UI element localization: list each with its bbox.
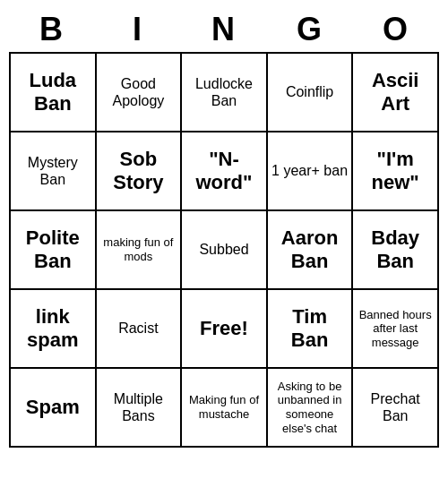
bingo-card: BINGO Luda BanGood ApologyLudlocke BanCo… <box>9 7 439 448</box>
bingo-cell: Making fun of mustache <box>182 369 268 448</box>
bingo-cell: link spam <box>11 290 97 369</box>
bingo-cell: Coinflip <box>268 54 354 132</box>
bingo-cell: Aaron Ban <box>268 211 354 290</box>
bingo-cell: Ludlocke Ban <box>182 54 268 132</box>
bingo-cell: Mystery Ban <box>11 132 97 211</box>
header-letter: I <box>95 7 181 52</box>
header-letter: N <box>181 7 267 52</box>
bingo-cell: Asking to be unbanned in someone else's … <box>268 369 354 448</box>
bingo-cell: "I'm new" <box>353 132 439 211</box>
bingo-grid: Luda BanGood ApologyLudlocke BanCoinflip… <box>9 52 439 448</box>
bingo-cell: Free! <box>182 290 268 369</box>
bingo-cell: Spam <box>11 369 97 448</box>
header-letter: B <box>9 7 95 52</box>
bingo-cell: Tim Ban <box>268 290 354 369</box>
header-letter: G <box>267 7 353 52</box>
bingo-cell: Prechat Ban <box>353 369 439 448</box>
bingo-cell: Good Apology <box>97 54 183 132</box>
bingo-cell: Banned hours after last message <box>353 290 439 369</box>
bingo-cell: making fun of mods <box>97 211 183 290</box>
bingo-header: BINGO <box>9 7 439 52</box>
bingo-cell: Ascii Art <box>353 54 439 132</box>
bingo-cell: "N-word" <box>182 132 268 211</box>
header-letter: O <box>353 7 439 52</box>
bingo-cell: Subbed <box>182 211 268 290</box>
bingo-cell: Luda Ban <box>11 54 97 132</box>
bingo-cell: Sob Story <box>97 132 183 211</box>
bingo-cell: 1 year+ ban <box>268 132 354 211</box>
bingo-cell: Bday Ban <box>353 211 439 290</box>
bingo-cell: Multiple Bans <box>97 369 183 448</box>
bingo-cell: Racist <box>97 290 183 369</box>
bingo-cell: Polite Ban <box>11 211 97 290</box>
